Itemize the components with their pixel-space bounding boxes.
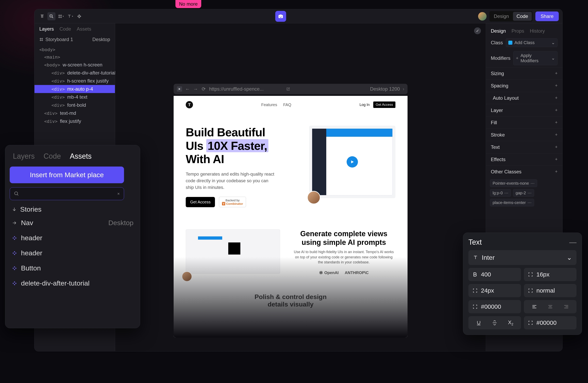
- text-icon: [473, 255, 478, 260]
- section-effects[interactable]: Effects+: [486, 153, 562, 166]
- section2-paragraph: Use AI to build high-fidelity UIs in an …: [292, 249, 396, 265]
- asset-item-header[interactable]: header: [10, 230, 135, 246]
- font-size[interactable]: 16px: [524, 268, 576, 281]
- tab-props[interactable]: Props: [512, 28, 524, 34]
- canvas-check[interactable]: ✓: [474, 27, 481, 34]
- preview-header: T Features FAQ Log In Get Access: [174, 96, 408, 114]
- top-badge: No more: [175, 0, 201, 8]
- text-shadow[interactable]: #00000: [524, 316, 576, 329]
- asset-item-delete[interactable]: delete-div-after-tutorial: [10, 276, 135, 291]
- camera-button[interactable]: [275, 11, 286, 22]
- section-spacing[interactable]: Spacing+: [486, 79, 562, 92]
- tree-row[interactable]: <div>font-bold: [35, 101, 115, 109]
- class-chip[interactable]: lg:p-0⋯: [490, 189, 511, 197]
- class-input[interactable]: Add Class ⌄: [506, 38, 558, 47]
- open-external-button[interactable]: [286, 86, 291, 92]
- tree-row[interactable]: <body>w-screen h-screen: [35, 61, 115, 69]
- section-other[interactable]: Other Classes+: [486, 166, 562, 178]
- clear-icon[interactable]: ✕: [117, 192, 120, 196]
- tab-code[interactable]: Code: [60, 26, 71, 32]
- tree-row[interactable]: <div>delete-div-after-tutorial: [35, 69, 115, 77]
- asset-search[interactable]: ✕: [10, 187, 124, 200]
- align-center-icon[interactable]: [548, 304, 553, 309]
- nav-features: Features: [261, 102, 277, 107]
- section-fill[interactable]: Fill+: [486, 116, 562, 129]
- frame-tool[interactable]: ▾: [57, 12, 65, 20]
- tab-history[interactable]: History: [530, 28, 545, 34]
- stories-section[interactable]: Stories: [10, 200, 135, 215]
- tab-design[interactable]: Design: [491, 28, 506, 34]
- section-layer[interactable]: Layer+: [486, 104, 562, 116]
- preview-nav: Features FAQ: [261, 102, 291, 107]
- mini-preview: [186, 229, 280, 274]
- tree-row[interactable]: <div>text-md: [35, 109, 115, 117]
- tree-row[interactable]: <div>flex justify: [35, 117, 115, 125]
- text-decoration[interactable]: X2: [468, 316, 521, 329]
- tab-assets[interactable]: Assets: [77, 26, 91, 32]
- storyboard-row[interactable]: Storyboard 1 Desktop: [35, 35, 115, 44]
- align-left-icon[interactable]: [532, 304, 537, 309]
- preview-page: T Features FAQ Log In Get Access Build B…: [174, 96, 408, 338]
- device-label[interactable]: Desktop 1200: [370, 86, 400, 92]
- subscript-icon[interactable]: X2: [508, 319, 513, 326]
- assets-tab-code[interactable]: Code: [43, 152, 61, 160]
- hero-heading: Build Beautiful UIs 10X Faster, With AI: [186, 126, 301, 166]
- component-icon: [77, 14, 82, 19]
- insert-marketplace-button[interactable]: Insert from Market place: [10, 167, 124, 183]
- asset-item-button[interactable]: Button: [10, 261, 135, 276]
- font-weight[interactable]: 400: [468, 268, 521, 281]
- asset-item-nav[interactable]: Nav Desktop: [10, 215, 135, 230]
- underline-icon[interactable]: [476, 320, 481, 326]
- chip-menu-icon: ⋯: [527, 200, 531, 205]
- chevron-right-icon: ›: [403, 86, 404, 92]
- avatar[interactable]: [478, 12, 486, 20]
- assets-tab-assets[interactable]: Assets: [70, 152, 92, 160]
- canvas[interactable]: ✓ ← → ⟳ https://unruffled-spence... Desk…: [115, 23, 486, 351]
- refresh-button[interactable]: ⟳: [201, 86, 206, 92]
- logo-tool[interactable]: [38, 12, 46, 20]
- section-autolayout[interactable]: Auto Layout+: [486, 92, 562, 104]
- mode-code[interactable]: Code: [513, 12, 532, 21]
- tree-row[interactable]: <main>: [35, 53, 115, 61]
- mode-design[interactable]: Design: [490, 12, 513, 21]
- minimize-icon[interactable]: —: [569, 238, 576, 247]
- class-chip[interactable]: Pointer-events-none⋯: [490, 179, 537, 187]
- select-tool[interactable]: [47, 12, 55, 20]
- tree-row[interactable]: <body>: [35, 46, 115, 53]
- modifiers-input[interactable]: +Apply Modifiers ⌄: [513, 51, 558, 65]
- line-height[interactable]: 24px: [468, 284, 521, 297]
- section-text[interactable]: Text+: [486, 141, 562, 153]
- align-right-icon[interactable]: [564, 304, 569, 309]
- text-align[interactable]: [524, 300, 576, 313]
- play-icon: [347, 156, 358, 168]
- strikethrough-icon[interactable]: [492, 320, 497, 326]
- class-chip[interactable]: gap-2⋯: [513, 189, 534, 197]
- chevron-down-icon: ⌄: [567, 254, 572, 261]
- brackets-icon: [528, 320, 533, 326]
- section3-heading: Polish & control designdetails visually: [186, 293, 396, 308]
- letter-spacing[interactable]: normal: [524, 284, 576, 297]
- tab-layers[interactable]: Layers: [39, 26, 54, 32]
- asset-item-header[interactable]: header: [10, 246, 135, 261]
- play-button[interactable]: [177, 86, 182, 92]
- text-tool[interactable]: ▾: [66, 12, 74, 20]
- backed-by-badge: Backed by YCombinator: [219, 197, 246, 207]
- search-input[interactable]: [22, 190, 114, 197]
- browser-bar: ← → ⟳ https://unruffled-spence... Deskto…: [174, 84, 408, 94]
- forward-button[interactable]: →: [193, 86, 198, 92]
- tree-row[interactable]: <div>mb-4 text: [35, 93, 115, 101]
- component-tool[interactable]: [75, 12, 83, 20]
- section-sizing[interactable]: Sizing+: [486, 67, 562, 79]
- plus-icon: +: [555, 108, 558, 113]
- back-button[interactable]: ←: [185, 86, 190, 92]
- tree-row-selected[interactable]: <div>mx-auto p-4: [35, 85, 115, 93]
- t-logo-icon: [40, 14, 44, 19]
- assets-tab-layers[interactable]: Layers: [13, 152, 35, 160]
- text-color[interactable]: #00000: [468, 300, 521, 313]
- font-family-select[interactable]: Inter ⌄: [468, 250, 576, 265]
- share-button[interactable]: Share: [535, 12, 559, 21]
- tree-row[interactable]: <div>h-screen flex justify: [35, 77, 115, 85]
- class-chip[interactable]: place-items-center⋯: [490, 199, 534, 206]
- plus-icon: +: [555, 132, 558, 138]
- section-stroke[interactable]: Stroke+: [486, 129, 562, 141]
